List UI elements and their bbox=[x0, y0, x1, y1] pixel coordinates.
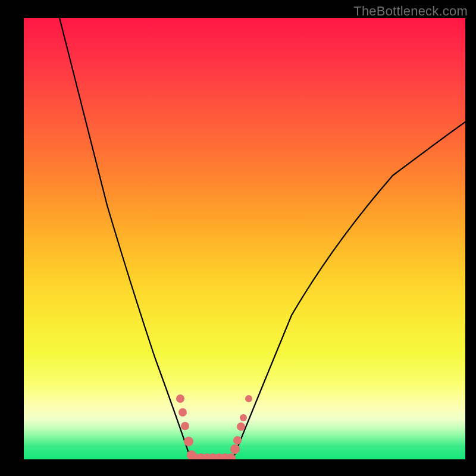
bead bbox=[230, 444, 240, 454]
watermark-text: TheBottleneck.com bbox=[353, 4, 468, 19]
bead bbox=[233, 436, 242, 444]
bead bbox=[176, 394, 184, 403]
bead bbox=[240, 414, 247, 421]
bead bbox=[245, 395, 252, 402]
bead bbox=[178, 408, 187, 416]
bead bbox=[237, 422, 245, 431]
chart-frame: TheBottleneck.com bbox=[0, 0, 476, 476]
curve-left bbox=[60, 18, 190, 458]
bead bbox=[184, 437, 193, 446]
curve-right bbox=[233, 122, 465, 458]
bottleneck-curve bbox=[24, 18, 465, 459]
gradient-plot-area bbox=[24, 18, 465, 459]
bead bbox=[181, 422, 189, 430]
